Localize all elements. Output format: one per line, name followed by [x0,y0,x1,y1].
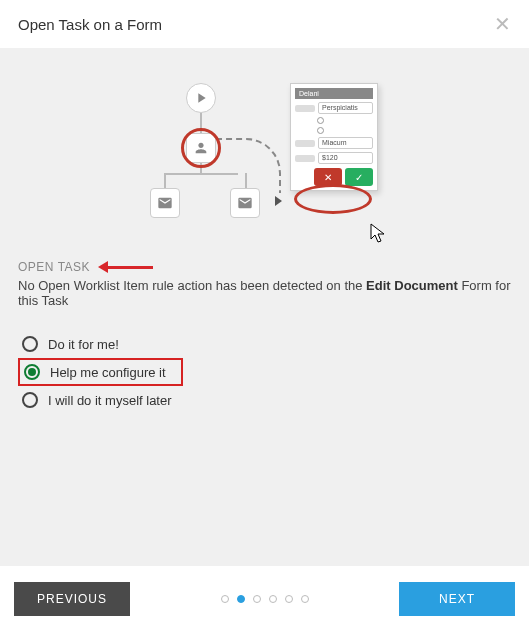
dialog-content: Delani Perspiciatis Miacum $120 ✕ ✓ OPEN… [0,48,529,566]
workflow-illustration: Delani Perspiciatis Miacum $120 ✕ ✓ [0,48,529,248]
cursor-icon [370,223,386,248]
options-group: Do it for me! Help me configure it I wil… [0,308,529,436]
step-dot[interactable] [301,595,309,603]
step-dots [221,595,309,603]
close-icon[interactable]: ✕ [494,14,511,34]
mail-icon [150,188,180,218]
radio-icon [22,392,38,408]
dialog-header: Open Task on a Form ✕ [0,0,529,48]
radio-icon [24,364,40,380]
dialog-footer: PREVIOUS NEXT [0,566,529,634]
dashed-connector [216,138,281,193]
step-dot[interactable] [285,595,293,603]
option-label: Help me configure it [50,365,166,380]
radio-icon [22,336,38,352]
play-icon [186,83,216,113]
form-preview-panel: Delani Perspiciatis Miacum $120 ✕ ✓ [290,83,378,191]
previous-button[interactable]: PREVIOUS [14,582,130,616]
form-preview-title: Delani [295,88,373,99]
option-do-it-for-me[interactable]: Do it for me! [18,330,511,358]
wizard-dialog: Open Task on a Form ✕ [0,0,529,634]
option-label: Do it for me! [48,337,119,352]
arrow-icon [275,196,282,206]
task-section: OPEN TASK No Open Worklist Item rule act… [0,260,529,308]
option-help-configure[interactable]: Help me configure it [18,358,183,386]
open-task-label: OPEN TASK [18,260,90,274]
step-dot[interactable] [253,595,261,603]
option-label: I will do it myself later [48,393,172,408]
annotation-arrow-icon [98,261,153,273]
step-dot[interactable] [221,595,229,603]
task-description: No Open Worklist Item rule action has be… [18,278,511,308]
step-dot[interactable] [237,595,245,603]
dialog-title: Open Task on a Form [18,16,162,33]
confirm-icon: ✓ [345,168,373,186]
step-dot[interactable] [269,595,277,603]
option-do-later[interactable]: I will do it myself later [18,386,511,414]
next-button[interactable]: NEXT [399,582,515,616]
highlight-ring-buttons [294,184,372,214]
highlight-ring-user [181,128,221,168]
